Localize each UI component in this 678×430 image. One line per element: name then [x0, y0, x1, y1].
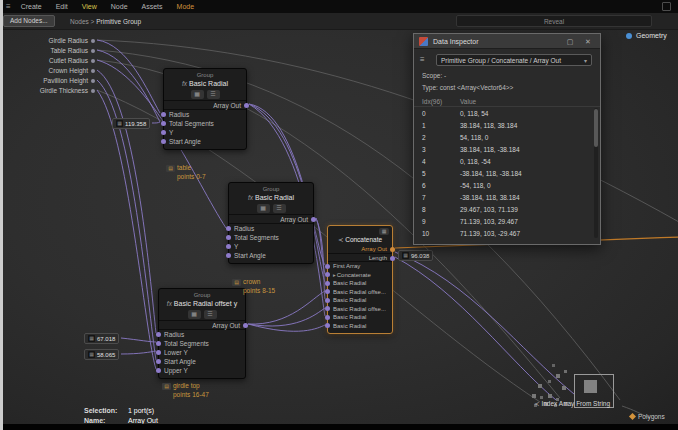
output-array-out[interactable]: Array Out — [229, 215, 313, 224]
table-row[interactable]: 829.467, 103, 71.139 — [414, 204, 600, 216]
geometry-port-dot[interactable] — [626, 33, 632, 39]
input-port-dot[interactable] — [161, 130, 166, 135]
input-port-dot[interactable] — [156, 368, 161, 373]
input-start-angle[interactable]: Start Angle — [229, 251, 313, 260]
input-port-dot[interactable] — [325, 306, 330, 311]
window-icon[interactable] — [662, 2, 671, 11]
input-total-segments[interactable]: Total Segments — [164, 119, 246, 128]
input-radius[interactable]: Radius — [229, 224, 313, 233]
input-basic-radial-2[interactable]: Basic Radial — [328, 296, 392, 305]
output-port-dot[interactable] — [390, 256, 395, 261]
param-girdle-thickness[interactable]: Girdle Thickness — [0, 86, 94, 96]
input-start-angle[interactable]: Start Angle — [159, 357, 245, 366]
restore-icon[interactable]: ▢ — [562, 34, 578, 49]
input-port-dot[interactable] — [325, 298, 330, 303]
param-port-dot[interactable] — [91, 69, 95, 73]
param-port-dot[interactable] — [91, 59, 95, 63]
node-basic-radial-offset-y[interactable]: Group fx Basic Radial offset y ▦ ☰ Array… — [158, 288, 246, 379]
output-port-dot[interactable] — [244, 103, 249, 108]
hamburger-icon[interactable]: ≡ — [6, 2, 11, 11]
breadcrumb-root[interactable]: Nodes — [70, 18, 89, 25]
input-port-dot[interactable] — [325, 323, 330, 328]
input-port-dot[interactable] — [161, 121, 166, 126]
table-row[interactable]: 7-38.184, 118, 38.184 — [414, 192, 600, 204]
input-start-angle[interactable]: Start Angle — [164, 137, 246, 146]
input-port-dot[interactable] — [325, 264, 330, 269]
table-row[interactable]: 00, 118, 54 — [414, 108, 600, 120]
value-table[interactable]: 00, 118, 54 138.184, 118, 38.184 254, 11… — [414, 108, 600, 240]
table-row[interactable]: 5-38.184, 118, -38.184 — [414, 168, 600, 180]
menu-node[interactable]: Node — [104, 3, 135, 10]
param-crown-height[interactable]: Crown Height — [0, 66, 94, 76]
node-basic-radial-1[interactable]: Group fx Basic Radial ▦ ☰ Array Out Radi… — [163, 68, 247, 150]
scrollbar-thumb[interactable] — [594, 109, 598, 147]
comment-girdle-top[interactable]: ▤girdle top points 16-47 — [162, 381, 209, 399]
add-nodes-button[interactable]: Add Nodes... — [3, 15, 55, 27]
param-port-dot[interactable] — [91, 79, 95, 83]
list-icon[interactable]: ☰ — [204, 310, 217, 319]
node-polygons[interactable]: Polygons — [630, 413, 665, 420]
input-port-dot[interactable] — [156, 350, 161, 355]
data-inspector-panel[interactable]: Data Inspector ▢ ✕ ≡ Primitive Group / C… — [413, 33, 601, 245]
image-icon[interactable]: ▦ — [257, 204, 270, 213]
param-cutlet-radius[interactable]: Cutlet Radius — [0, 56, 94, 66]
input-radius[interactable]: Radius — [164, 110, 246, 119]
menu-create[interactable]: Create — [14, 3, 49, 10]
value-badge[interactable]: ▦96.038 — [398, 250, 433, 261]
output-port-dot[interactable] — [390, 247, 395, 252]
input-y[interactable]: Y — [164, 128, 246, 137]
param-pavillion-height[interactable]: Pavillion Height — [0, 76, 94, 86]
list-icon[interactable]: ☰ — [273, 204, 286, 213]
input-port-dot[interactable] — [226, 235, 231, 240]
input-port-dot[interactable] — [226, 253, 231, 258]
input-total-segments[interactable]: Total Segments — [159, 339, 245, 348]
image-icon[interactable]: ▦ — [379, 228, 389, 235]
source-dropdown[interactable]: Primitive Group / Concatenate / Array Ou… — [436, 54, 592, 66]
input-upper-y[interactable]: Upper Y — [159, 366, 245, 375]
value-badge[interactable]: ▦67.018 — [84, 333, 119, 344]
node-basic-radial-2[interactable]: Group fx Basic Radial ▦ ☰ Array Out Radi… — [228, 182, 314, 264]
input-total-segments[interactable]: Total Segments — [229, 233, 313, 242]
input-basic-radial-4[interactable]: Basic Radial — [328, 322, 392, 331]
output-length[interactable]: Length — [328, 254, 392, 263]
reveal-search-input[interactable] — [456, 15, 652, 27]
input-basic-radial-3[interactable]: Basic Radial — [328, 313, 392, 322]
output-array-out[interactable]: Array Out — [164, 101, 246, 110]
table-row[interactable]: 40, 118, -54 — [414, 156, 600, 168]
menu-icon[interactable]: ≡ — [420, 54, 425, 66]
input-basic-radial-1[interactable]: Basic Radial — [328, 279, 392, 288]
input-port-dot[interactable] — [226, 226, 231, 231]
table-row[interactable]: 254, 118, 0 — [414, 132, 600, 144]
value-badge[interactable]: ▦58.065 — [84, 349, 119, 360]
menu-edit[interactable]: Edit — [49, 3, 75, 10]
expander-icon[interactable]: ▸ — [333, 272, 336, 278]
input-radius[interactable]: Radius — [159, 330, 245, 339]
menu-view[interactable]: View — [75, 3, 104, 10]
comment-table[interactable]: ▤table points 0-7 — [166, 163, 206, 181]
input-port-dot[interactable] — [325, 315, 330, 320]
param-table-radius[interactable]: Table Radius — [0, 46, 94, 56]
list-icon[interactable]: ☰ — [207, 90, 220, 99]
table-row[interactable]: 1071.139, 103, -29.467 — [414, 228, 600, 240]
input-basic-radial-offset-1[interactable]: Basic Radial offse... — [328, 288, 392, 297]
inspector-titlebar[interactable]: Data Inspector ▢ ✕ — [414, 34, 600, 49]
input-port-dot[interactable] — [325, 281, 330, 286]
param-port-dot[interactable] — [91, 39, 95, 43]
output-port-dot[interactable] — [243, 323, 248, 328]
comment-crown[interactable]: ▤crown points 8-15 — [232, 277, 275, 295]
input-port-dot[interactable] — [156, 341, 161, 346]
input-port-dot[interactable] — [325, 272, 330, 277]
image-icon[interactable]: ▦ — [191, 90, 204, 99]
input-port-dot[interactable] — [325, 289, 330, 294]
input-basic-radial-offset-2[interactable]: Basic Radial offse... — [328, 305, 392, 314]
input-port-dot[interactable] — [156, 332, 161, 337]
table-row[interactable]: 338.184, 118, -38.184 — [414, 144, 600, 156]
node-concatenate[interactable]: ▦ ≺ Concatenate Array Out Length First A… — [327, 225, 393, 334]
value-badge[interactable]: ▦119.358 — [112, 118, 150, 129]
input-concatenate[interactable]: ▸Concatenate — [328, 271, 392, 280]
input-port-dot[interactable] — [156, 359, 161, 364]
input-y[interactable]: Y — [229, 242, 313, 251]
menu-assets[interactable]: Assets — [135, 3, 170, 10]
input-port-dot[interactable] — [161, 112, 166, 117]
output-array-out[interactable]: Array Out — [159, 321, 245, 330]
